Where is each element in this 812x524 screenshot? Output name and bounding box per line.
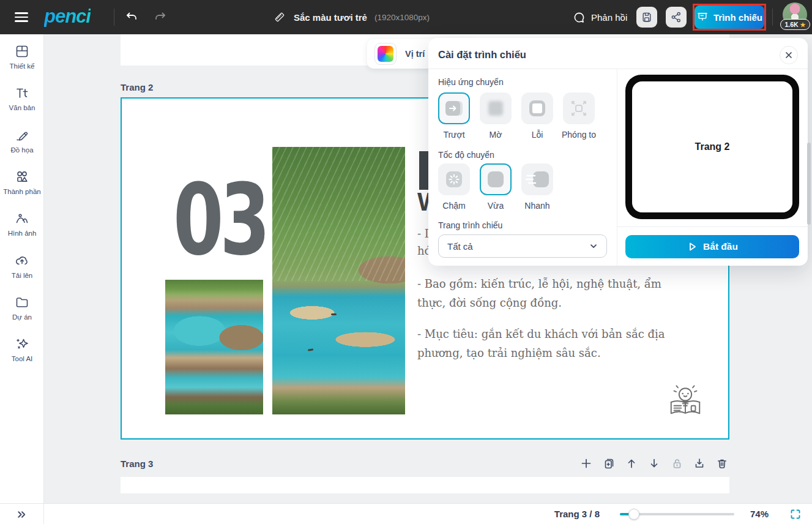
preview-page-text: Trang 2 <box>695 141 730 152</box>
sidebar-item-label: Đồ họa <box>10 146 33 154</box>
document-title[interactable]: Sắc màu tươi trẻ <box>294 12 367 23</box>
speed-option-tile[interactable] <box>480 163 512 195</box>
shapes-icon <box>15 170 29 184</box>
position-button[interactable]: Vị trí <box>405 49 425 59</box>
close-icon[interactable] <box>780 46 798 64</box>
page-actions-toolbar <box>580 457 728 470</box>
sidebar-item-label: Tool AI <box>12 355 33 362</box>
slide-paragraph[interactable]: - Mục tiêu: gắn kết du khách với bản sắc… <box>417 325 691 363</box>
transition-option-tile[interactable] <box>563 92 595 124</box>
transition-options: Trượt Mờ Lỗi Phóng to <box>438 92 595 140</box>
move-up-icon[interactable] <box>625 457 638 470</box>
bottombar: Trang 3 / 8 74% <box>0 503 812 524</box>
credits-count: 1.6K <box>784 21 798 28</box>
sidebar-item-images[interactable]: Hình ảnh <box>0 211 44 237</box>
divider <box>617 226 808 227</box>
slide-number[interactable]: 03 <box>173 171 267 269</box>
share-button[interactable] <box>666 7 687 28</box>
credits-badge[interactable]: 1.6K ★ <box>780 19 810 30</box>
sidebar-item-label: Dự án <box>12 313 32 321</box>
option-label: Trượt <box>443 130 464 140</box>
add-page-icon[interactable] <box>580 457 592 470</box>
slow-speed-icon <box>446 171 462 187</box>
sidebar-item-elements[interactable]: Thành phần <box>0 170 44 195</box>
sidebar-item-upload[interactable]: Tải lên <box>0 253 44 279</box>
transition-option-zoom[interactable]: Phóng to <box>563 92 595 140</box>
transition-option-tile[interactable] <box>480 92 512 124</box>
folder-icon <box>15 295 29 310</box>
page2-label[interactable]: Trang 2 <box>121 82 153 92</box>
transition-option-tile[interactable] <box>521 92 553 124</box>
page3-slide-top[interactable] <box>121 477 729 493</box>
trash-icon[interactable] <box>716 457 728 470</box>
lightbulb-book-icon[interactable] <box>666 382 704 420</box>
divider <box>772 9 773 26</box>
page3-label[interactable]: Trang 3 <box>121 458 153 469</box>
image-detail-boat <box>331 313 337 315</box>
sidebar-item-graphics[interactable]: Đồ họa <box>0 128 44 154</box>
dialog-title: Cài đặt trình chiếu <box>438 49 526 61</box>
divider <box>617 69 617 266</box>
sidebar-item-projects[interactable]: Dự án <box>0 295 44 321</box>
slide-image-coast[interactable] <box>165 280 263 414</box>
slide-image-river-valley[interactable] <box>272 147 405 414</box>
pages-dropdown[interactable]: Tất cả <box>438 234 607 258</box>
text-icon <box>15 86 29 100</box>
fullscreen-icon[interactable] <box>790 509 801 520</box>
feedback-button[interactable]: Phản hồi <box>573 9 627 25</box>
duplicate-page-icon[interactable] <box>603 457 615 470</box>
transition-effect-label: Hiệu ứng chuyển <box>438 77 504 87</box>
transition-option-slide[interactable]: Trượt <box>438 92 470 140</box>
option-label: Lỗi <box>532 130 543 140</box>
option-label: Chậm <box>442 201 465 211</box>
undo-icon[interactable] <box>125 10 138 24</box>
sidebar-item-label: Thiết kế <box>10 62 35 70</box>
transition-option-tile[interactable] <box>438 92 470 124</box>
expand-panel-button[interactable] <box>0 504 44 524</box>
option-label: Vừa <box>488 201 504 211</box>
ruler-icon <box>273 10 286 24</box>
sidebar-item-design[interactable]: Thiết kế <box>0 44 44 70</box>
menu-icon[interactable] <box>15 12 28 22</box>
slide-paragraph[interactable]: - Bao gồm: kiến trúc, lễ hội, nghệ thuật… <box>417 275 691 313</box>
feedback-label: Phản hồi <box>591 12 627 23</box>
speed-option-slow[interactable]: Chậm <box>438 163 470 211</box>
lock-icon[interactable] <box>671 457 683 470</box>
transition-option-glitch[interactable]: Lỗi <box>521 92 553 140</box>
presentation-preview-frame: Trang 2 <box>625 75 799 219</box>
save-button[interactable] <box>636 7 657 28</box>
sidebar-item-label: Thành phần <box>3 188 40 195</box>
sidebar-item-text[interactable]: Văn bản <box>0 86 44 111</box>
option-label: Phóng to <box>562 130 596 140</box>
star-icon: ★ <box>800 21 806 28</box>
sparkles-icon <box>15 337 29 351</box>
chat-bubble-icon <box>573 11 586 24</box>
presentation-pages-label: Trang trình chiếu <box>438 220 502 230</box>
image-detail-terraces <box>272 147 405 281</box>
redo-icon[interactable] <box>154 10 167 24</box>
color-swatch-button[interactable] <box>374 43 397 65</box>
scrollbar-thumb[interactable] <box>807 143 811 225</box>
present-button[interactable]: Trình chiếu <box>695 6 764 29</box>
layout-icon <box>15 44 29 59</box>
zoom-slider-thumb[interactable] <box>628 509 639 520</box>
page-indicator: Trang 3 / 8 <box>502 509 600 519</box>
topbar: penci Sắc màu tươi trẻ (1920x1080px) Phả… <box>0 0 812 34</box>
pages-dropdown-value: Tất cả <box>447 241 589 252</box>
move-down-icon[interactable] <box>648 457 660 470</box>
start-presentation-button[interactable]: Bắt đầu <box>625 235 799 258</box>
speed-option-medium[interactable]: Vừa <box>480 163 512 211</box>
download-icon[interactable] <box>693 457 706 470</box>
double-chevron-right-icon <box>17 509 27 520</box>
option-label: Nhanh <box>524 201 549 211</box>
transition-option-fade[interactable]: Mờ <box>480 92 512 140</box>
image-icon <box>15 211 29 226</box>
fast-speed-icon <box>526 171 549 187</box>
penci-logo[interactable]: penci <box>44 6 91 28</box>
speed-option-tile[interactable] <box>521 163 553 195</box>
slide-effect-icon <box>445 101 463 116</box>
presentation-settings-dialog: Cài đặt trình chiếu Hiệu ứng chuyển Trượ… <box>428 38 808 266</box>
speed-option-tile[interactable] <box>438 163 470 195</box>
sidebar-item-ai-tools[interactable]: Tool AI <box>0 337 44 362</box>
speed-option-fast[interactable]: Nhanh <box>521 163 553 211</box>
